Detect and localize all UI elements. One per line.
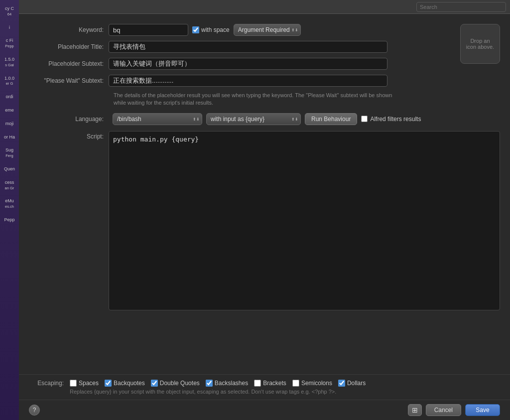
escaping-label: Escaping: — [29, 380, 64, 387]
escaping-dollars[interactable]: Dollars — [338, 380, 366, 387]
save-button[interactable]: Save — [465, 404, 500, 416]
keyword-label: Keyword: — [29, 26, 109, 33]
icon-drop-text: Drop an icon above. — [466, 38, 494, 50]
sidebar-item-11[interactable]: cessan Gr — [2, 178, 17, 193]
language-dropdown[interactable]: /bin/bash — [113, 113, 202, 125]
escaping-backquotes[interactable]: Backquotes — [105, 380, 145, 387]
sidebar-item-10[interactable]: Quen — [2, 164, 17, 174]
escaping-semicolons[interactable]: Semicolons — [292, 380, 332, 387]
run-behaviour-button[interactable]: Run Behaviour — [305, 113, 357, 125]
sidebar-item-4[interactable]: 1.0.0er G — [2, 74, 17, 89]
script-row: Script: python main.py {query} — [29, 131, 500, 369]
form-area: Keyword: with space Argument Required — [19, 14, 510, 374]
brackets-checkbox[interactable] — [254, 380, 261, 387]
escaping-area: Escaping: Spaces Backquotes Double Quote… — [19, 374, 510, 400]
keyword-and-icon-row: Keyword: with space Argument Required — [29, 24, 500, 92]
sidebar-item-7[interactable]: moji — [2, 119, 17, 129]
script-editor[interactable]: python main.py {query} — [109, 131, 500, 310]
placeholder-title-label: Placeholder Title: — [29, 43, 109, 50]
toolbar — [19, 0, 510, 14]
script-label: Script: — [29, 131, 109, 140]
double-quotes-checkbox[interactable] — [151, 380, 158, 387]
main-panel: Keyword: with space Argument Required — [19, 0, 510, 420]
escaping-row: Escaping: Spaces Backquotes Double Quote… — [29, 380, 500, 387]
sidebar-item-9[interactable]: SugFerg — [2, 145, 17, 160]
spaces-checkbox[interactable] — [70, 380, 77, 387]
please-wait-row: "Please Wait" Subtext: — [29, 75, 450, 87]
escaping-backslashes[interactable]: Backslashes — [206, 380, 248, 387]
keyword-row: Keyword: with space Argument Required — [29, 24, 450, 36]
sidebar-item-1[interactable]: i — [2, 23, 17, 32]
sidebar-item-12[interactable]: eMues.ch — [2, 196, 17, 211]
hint-text: The details of the placeholder result yo… — [114, 92, 392, 107]
grid-icon-button[interactable]: ⊞ — [408, 404, 422, 416]
cancel-button[interactable]: Cancel — [426, 404, 461, 416]
sidebar-item-5[interactable]: ordi — [2, 92, 17, 102]
top-fields: Keyword: with space Argument Required — [29, 24, 450, 92]
sidebar-item-3[interactable]: 1.5.0s Gal — [2, 55, 17, 70]
argument-dropdown[interactable]: Argument Required — [234, 24, 301, 36]
sidebar: cy C64 i c FiPepp 1.5.0s Gal 1.0.0er G o… — [0, 0, 19, 420]
search-input[interactable] — [416, 2, 506, 12]
input-dropdown[interactable]: with input as {query} — [206, 113, 301, 125]
sidebar-item-0[interactable]: cy C64 — [2, 4, 17, 19]
alfred-filters-row: Alfred filters results — [361, 116, 421, 123]
sidebar-item-8[interactable]: or Ha — [2, 133, 17, 142]
language-dropdown-wrapper: /bin/bash — [113, 113, 202, 125]
language-row: Language: /bin/bash with input as {query… — [29, 113, 500, 125]
input-dropdown-wrapper: with input as {query} — [206, 113, 301, 125]
sidebar-item-6[interactable]: eme — [2, 106, 17, 115]
with-space-checkbox[interactable] — [192, 26, 199, 33]
help-button[interactable]: ? — [29, 405, 40, 416]
alfred-filters-label: Alfred filters results — [370, 116, 421, 123]
placeholder-subtext-row: Placeholder Subtext: — [29, 58, 450, 70]
backquotes-checkbox[interactable] — [105, 380, 112, 387]
semicolons-checkbox[interactable] — [292, 380, 299, 387]
placeholder-subtext-input[interactable] — [109, 58, 387, 70]
dollars-checkbox[interactable] — [338, 380, 345, 387]
escaping-brackets[interactable]: Brackets — [254, 380, 286, 387]
please-wait-label: "Please Wait" Subtext: — [29, 77, 109, 84]
sidebar-item-2[interactable]: c FiPepp — [2, 36, 17, 51]
backslashes-checkbox[interactable] — [206, 380, 213, 387]
escaping-spaces[interactable]: Spaces — [70, 380, 99, 387]
sidebar-item-13[interactable]: Pepp — [2, 215, 17, 225]
language-label: Language: — [29, 116, 109, 123]
escaping-double-quotes[interactable]: Double Quotes — [151, 380, 200, 387]
please-wait-input[interactable] — [109, 75, 387, 87]
argument-dropdown-wrapper: Argument Required — [234, 24, 301, 36]
keyword-controls: with space Argument Required — [109, 24, 301, 36]
placeholder-title-row: Placeholder Title: — [29, 41, 450, 53]
bottom-bar: ? ⊞ Cancel Save — [19, 400, 510, 420]
placeholder-subtext-label: Placeholder Subtext: — [29, 60, 109, 67]
placeholder-title-input[interactable] — [109, 41, 387, 53]
alfred-filters-checkbox[interactable] — [361, 116, 368, 122]
escaping-hint: Replaces {query} in your script with the… — [70, 389, 500, 395]
icon-drop-area[interactable]: Drop an icon above. — [460, 24, 500, 64]
with-space-label[interactable]: with space — [192, 26, 230, 33]
keyword-input[interactable] — [109, 24, 188, 36]
